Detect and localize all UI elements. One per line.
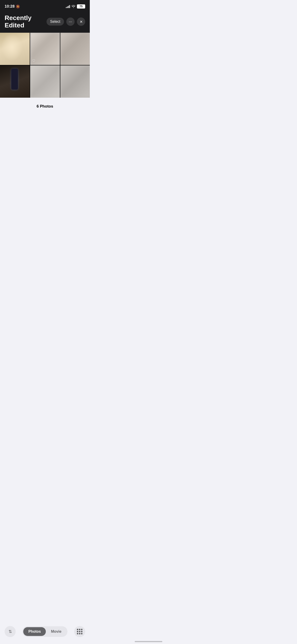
status-time: 10:28 🔕 [4, 4, 20, 9]
close-button[interactable]: ✕ [77, 18, 85, 26]
close-icon: ✕ [80, 20, 83, 24]
status-icons: 75 [66, 4, 85, 8]
photo-pair-right: ♡ [30, 33, 90, 65]
photo-cell-1[interactable] [0, 33, 30, 65]
photo-row-2 [0, 66, 90, 98]
photo-cell-5[interactable] [30, 66, 60, 98]
signal-icon [66, 5, 70, 8]
photo-cell-3[interactable] [60, 33, 90, 65]
content-spacer [0, 113, 90, 206]
battery-icon: 75 [77, 4, 85, 8]
mute-icon: 🔕 [16, 4, 20, 8]
photo-cell-4[interactable] [0, 66, 30, 98]
photo-row-1: ♡ [0, 33, 90, 65]
photo-grid: ♡ [0, 33, 90, 98]
photo-cell-2[interactable]: ♡ [30, 33, 60, 65]
photo-cell-6[interactable] [60, 66, 90, 98]
header: Recently Edited Select ··· ✕ [0, 12, 90, 33]
time-display: 10:28 [4, 4, 14, 9]
page-title: Recently Edited [4, 14, 46, 29]
wifi-icon [71, 4, 76, 8]
photo-pair-right-2 [30, 66, 90, 98]
status-bar: 10:28 🔕 75 [0, 0, 90, 12]
photo-count: 6 Photos [0, 98, 90, 113]
ellipsis-icon: ··· [68, 19, 72, 24]
header-actions: Select ··· ✕ [46, 18, 85, 26]
more-button[interactable]: ··· [66, 18, 74, 26]
select-button[interactable]: Select [46, 18, 64, 26]
